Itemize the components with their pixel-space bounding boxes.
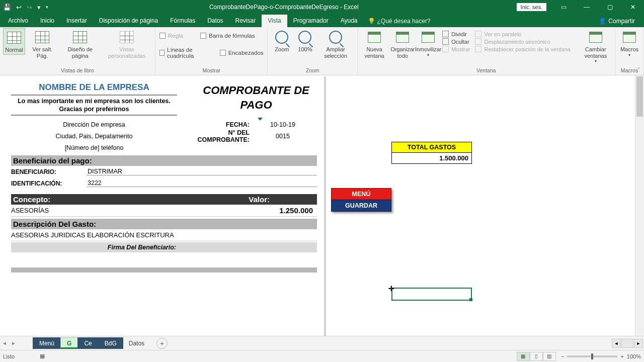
add-sheet-button[interactable]: + — [156, 338, 168, 349]
macro-rec-icon[interactable]: ▦ — [40, 353, 45, 359]
beneficiario-label: BENEFICIARIO: — [11, 168, 87, 175]
descripcion-value: ASESORIAS JURIDICAS ELABORACIÓN ESCRITUR… — [11, 231, 317, 239]
tell-me[interactable]: 💡¿Qué desea hacer? — [364, 15, 435, 27]
zoom-value[interactable]: 100% — [627, 353, 641, 359]
view-break-icon[interactable]: ▥ — [543, 352, 556, 361]
descripcion-header: Descripción Del Gasto: — [11, 219, 317, 229]
tab-nav-next[interactable]: ► — [9, 340, 18, 346]
chk-regla[interactable]: Regla — [158, 31, 184, 40]
unhide-button[interactable]: Mostrar — [440, 45, 472, 53]
window-title: ComprobanteDePago-o-ComprobanteDeEgreso … — [51, 4, 517, 11]
title-bar: 💾 ↩ ↪ ▾ ▾ ComprobanteDePago-o-Comprobant… — [0, 0, 644, 14]
hide-button[interactable]: Ocultar — [440, 38, 472, 45]
tab-revisar[interactable]: Revisar — [229, 15, 262, 27]
valor-value: 1.250.000 — [252, 206, 317, 215]
firma-label: Firma Del Beneficiario: — [11, 242, 317, 252]
num-label: N° DEL COMPROBANTE: — [177, 129, 253, 143]
group-vistas: Vistas de libro — [3, 66, 152, 75]
tab-nav-prev[interactable]: ◄ — [0, 340, 9, 346]
sheet-tab-datos[interactable]: Datos — [123, 338, 150, 349]
hscroll-right[interactable]: ► — [634, 339, 643, 348]
document-title: COMPROBANTE DE PAGO — [193, 83, 319, 112]
total-gastos-header: TOTAL GASTOS — [391, 142, 472, 153]
zoom-100-button[interactable]: 100% — [294, 28, 316, 54]
sync-scroll-button: Desplazamiento sincrónico — [473, 38, 572, 45]
view-normal-button[interactable]: Normal — [3, 28, 25, 55]
freeze-panes-button[interactable]: Inmovilizar▾ — [417, 28, 439, 58]
zoom-button[interactable]: Zoom — [271, 28, 293, 54]
slogan-1: Lo mas importante en mi empresa son los … — [11, 96, 177, 106]
total-gastos-value: 1.500.000 — [391, 153, 472, 164]
ident-value: 3222 — [87, 179, 317, 187]
sheet-tab-ce[interactable]: Ce — [77, 337, 98, 349]
bulb-icon: 💡 — [368, 18, 375, 25]
sheet-tab-g[interactable]: G — [60, 337, 78, 349]
group-mostrar: Mostrar — [158, 66, 264, 75]
beneficiario-header: Beneficiario del pago: — [11, 155, 317, 166]
view-custom-button[interactable]: Vistas personalizadas — [102, 28, 152, 60]
zoom-minus[interactable]: − — [561, 353, 564, 359]
switch-windows-button[interactable]: Cambiar ventanas▾ — [580, 28, 612, 64]
tab-ayuda[interactable]: Ayuda — [335, 15, 364, 27]
redo-icon[interactable]: ↪ — [27, 4, 32, 11]
side-by-side-button: Ver en paralelo — [473, 30, 572, 38]
status-bar: Listo ▦ ▦ ▯ ▥ − + 100% — [0, 350, 644, 362]
new-window-button[interactable]: Nueva ventana — [361, 28, 388, 60]
collapse-ribbon-icon[interactable]: ˆ — [635, 66, 643, 74]
cell-cursor-icon: ✛ — [388, 285, 394, 293]
vertical-scrollbar[interactable] — [635, 75, 644, 336]
tab-datos[interactable]: Datos — [201, 15, 229, 27]
hscroll-left[interactable]: ◄ — [612, 339, 621, 348]
phone: [Número de] teléfono — [11, 144, 177, 151]
fill-handle[interactable] — [469, 298, 472, 301]
scroll-thumb[interactable] — [636, 76, 643, 117]
view-normal-icon[interactable]: ▦ — [517, 352, 530, 361]
tab-formulas[interactable]: Fórmulas — [164, 15, 201, 27]
tab-insertar[interactable]: Insertar — [60, 15, 93, 27]
tab-inicio[interactable]: Inicio — [34, 15, 60, 27]
sheet-tab-bdg[interactable]: BdG — [98, 337, 123, 349]
save-icon[interactable]: 💾 — [3, 4, 11, 11]
zoom-plus[interactable]: + — [620, 353, 623, 359]
num-value: 0015 — [253, 133, 313, 140]
view-pagelayout-button[interactable]: Diseño de página — [59, 28, 101, 60]
filter-icon[interactable]: ▾ — [37, 4, 41, 11]
document-sheet[interactable]: NOMBRE DE LA EMPRESA Lo mas importante e… — [2, 76, 326, 336]
view-layout-icon[interactable]: ▯ — [530, 352, 543, 361]
comment-marker-icon[interactable] — [258, 118, 263, 121]
selected-cell[interactable] — [391, 288, 472, 301]
split-button[interactable]: Dividir — [440, 30, 472, 38]
sheet-tab-menu[interactable]: Menú — [33, 337, 61, 349]
slogan-2: Gracias por preferirnos — [11, 106, 177, 116]
address: Dirección De empresa — [11, 121, 177, 128]
chk-headings[interactable]: Encabezados — [219, 45, 265, 60]
undo-icon[interactable]: ↩ — [16, 4, 22, 11]
qa-more-icon[interactable]: ▾ — [46, 5, 48, 10]
hscroll-track[interactable] — [621, 339, 633, 348]
zoom-selection-button[interactable]: Ampliar selección — [317, 28, 354, 60]
ribbon-options-icon[interactable]: ▭ — [552, 0, 575, 14]
tab-vista[interactable]: Vista — [262, 15, 287, 27]
menu-button[interactable]: MENÚ — [331, 188, 391, 200]
chk-formulabar[interactable]: Barra de fórmulas — [199, 31, 256, 40]
share-button[interactable]: 👤Compartir — [595, 15, 639, 27]
signin-button[interactable]: Inic. ses. — [517, 3, 546, 11]
view-pagebreak-button[interactable]: Ver salt. Pág. — [26, 28, 58, 60]
close-icon[interactable]: ✕ — [622, 0, 644, 14]
guardar-button[interactable]: GUARDAR — [331, 200, 391, 212]
maximize-icon[interactable]: ▢ — [599, 0, 621, 14]
zoom-slider[interactable] — [567, 355, 617, 357]
right-pane[interactable]: TOTAL GASTOS 1.500.000 MENÚ GUARDAR ✛ — [326, 76, 635, 336]
tab-archivo[interactable]: Archivo — [2, 15, 34, 27]
minimize-icon[interactable]: — — [576, 0, 598, 14]
macros-button[interactable]: Macros▾ — [618, 28, 640, 58]
city: Ciudad, Pais, Depatamento — [11, 133, 177, 140]
total-gastos-box: TOTAL GASTOS 1.500.000 — [391, 142, 472, 164]
chk-gridlines[interactable]: Líneas de cuadrícula — [158, 45, 212, 60]
group-ventana: Ventana — [361, 66, 612, 75]
footer-bar — [11, 267, 317, 273]
concepto-header: Concepto:Valor: — [11, 194, 317, 205]
tab-disposicion[interactable]: Disposición de página — [93, 15, 164, 27]
tab-programador[interactable]: Programador — [287, 15, 335, 27]
arrange-all-button[interactable]: Organizar todo — [389, 28, 416, 60]
